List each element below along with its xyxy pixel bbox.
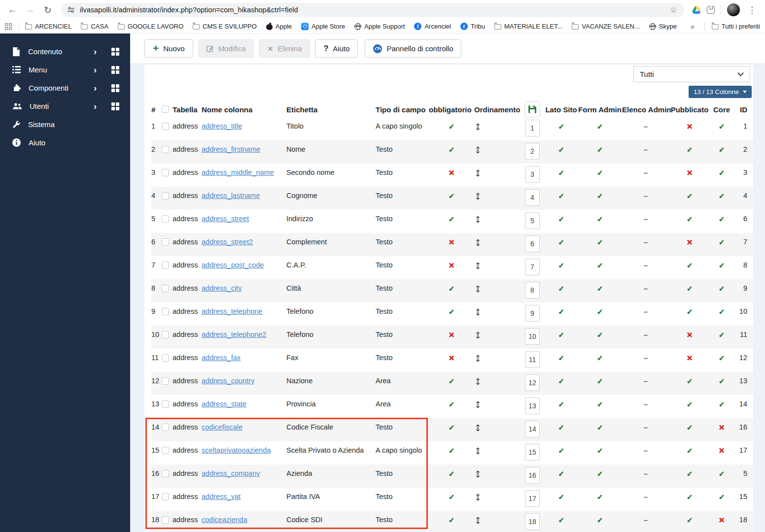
row-checkbox[interactable] <box>162 123 169 130</box>
lato-sito-mark[interactable]: ✓ <box>545 441 578 465</box>
forward-icon[interactable]: → <box>23 2 37 17</box>
column-name-link[interactable]: address_firstname <box>202 145 260 153</box>
pubblicato-mark[interactable]: ✓ <box>669 279 710 302</box>
required-mark[interactable]: ✕ <box>429 256 474 279</box>
pubblicato-mark[interactable]: ✕ <box>669 164 710 187</box>
reorder-handle-icon[interactable] <box>475 239 481 248</box>
required-mark[interactable]: ✓ <box>429 511 474 532</box>
row-checkbox[interactable] <box>162 238 169 246</box>
column-name-link[interactable]: address_telephone <box>202 307 262 315</box>
bookmark-item[interactable]: Apple Support <box>354 23 405 30</box>
lato-sito-mark[interactable]: ✓ <box>545 326 578 349</box>
ordering-input[interactable] <box>525 490 540 507</box>
bookmark-item[interactable]: VACANZE SALEN... <box>572 23 640 30</box>
form-admin-mark[interactable]: ✓ <box>578 372 622 395</box>
header-etichetta[interactable]: Etichetta <box>286 101 376 117</box>
column-name-link[interactable]: codiceazienda <box>202 516 247 524</box>
reorder-handle-icon[interactable] <box>475 262 481 271</box>
row-checkbox[interactable] <box>162 493 169 500</box>
required-mark[interactable]: ✓ <box>429 302 474 326</box>
dashboard-button[interactable]: Pannello di controllo <box>365 39 461 58</box>
bookmark-item[interactable]: Tribu <box>460 23 485 30</box>
lato-sito-mark[interactable]: ✓ <box>545 372 578 395</box>
column-name-link[interactable]: address_lastname <box>202 192 260 200</box>
ordering-input[interactable] <box>525 467 540 484</box>
required-mark[interactable]: ✓ <box>429 279 474 302</box>
ordering-input[interactable] <box>525 444 540 461</box>
site-settings-icon[interactable] <box>67 7 75 13</box>
delete-button[interactable]: ✕ Elimina <box>259 39 310 58</box>
header-ordinamento[interactable]: Ordinamento <box>474 101 520 117</box>
row-checkbox[interactable] <box>162 192 169 200</box>
bookmark-item[interactable]: CASA <box>81 23 108 30</box>
required-mark[interactable]: ✓ <box>429 140 474 164</box>
form-admin-mark[interactable]: ✓ <box>578 140 622 164</box>
header-pubblicato[interactable]: Pubblicato <box>669 101 710 117</box>
sidebar-item-componenti[interactable]: Componenti › <box>0 79 130 97</box>
bookmarks-overflow-icon[interactable]: » <box>687 22 697 31</box>
row-checkbox[interactable] <box>162 470 169 477</box>
bookmark-item[interactable]: MATERIALE ELET... <box>494 23 562 30</box>
column-name-link[interactable]: sceltaprivatooazienda <box>202 446 271 454</box>
profile-avatar[interactable] <box>727 3 740 16</box>
form-admin-mark[interactable]: ✓ <box>578 441 622 465</box>
dashboard-grid-icon[interactable] <box>111 84 119 92</box>
column-name-link[interactable]: address_street2 <box>202 238 253 246</box>
row-checkbox[interactable] <box>162 146 169 153</box>
ordering-input[interactable] <box>525 398 540 414</box>
row-checkbox[interactable] <box>162 262 169 269</box>
reload-icon[interactable]: ↻ <box>40 2 55 17</box>
reorder-handle-icon[interactable] <box>475 285 481 294</box>
pubblicato-mark[interactable]: ✓ <box>669 511 710 532</box>
reorder-handle-icon[interactable] <box>475 494 481 502</box>
header-nome-colonna[interactable]: Nome colonna <box>202 101 286 117</box>
row-checkbox[interactable] <box>162 169 169 176</box>
row-checkbox[interactable] <box>162 400 169 408</box>
column-name-link[interactable]: address_city <box>202 284 242 292</box>
sidebar-item-aiuto[interactable]: Aiuto <box>0 133 130 152</box>
pubblicato-mark[interactable]: ✕ <box>669 349 710 372</box>
lato-sito-mark[interactable]: ✓ <box>545 187 578 210</box>
column-name-link[interactable]: address_middle_name <box>202 168 274 176</box>
lato-sito-mark[interactable]: ✓ <box>545 511 578 532</box>
ordering-input[interactable] <box>525 421 540 437</box>
pubblicato-mark[interactable]: ✓ <box>669 187 710 210</box>
required-mark[interactable]: ✓ <box>429 117 474 140</box>
required-mark[interactable]: ✓ <box>429 465 474 488</box>
lato-sito-mark[interactable]: ✓ <box>545 117 578 140</box>
reorder-handle-icon[interactable] <box>475 123 481 132</box>
pubblicato-mark[interactable]: ✓ <box>669 302 710 326</box>
save-order-button[interactable] <box>524 101 540 117</box>
ordering-input[interactable] <box>525 120 540 136</box>
lato-sito-mark[interactable]: ✓ <box>545 210 578 233</box>
ordering-input[interactable] <box>525 513 540 530</box>
header-form-admin[interactable]: Form Admin <box>578 101 622 117</box>
form-admin-mark[interactable]: ✓ <box>578 395 622 418</box>
bookmark-item[interactable]: CMS E SVILUPPO <box>193 23 257 30</box>
form-admin-mark[interactable]: ✓ <box>578 465 622 488</box>
required-mark[interactable]: ✓ <box>429 395 474 418</box>
form-admin-mark[interactable]: ✓ <box>578 187 622 210</box>
back-icon[interactable]: ← <box>5 2 20 17</box>
form-admin-mark[interactable]: ✓ <box>578 117 622 140</box>
row-checkbox[interactable] <box>162 424 169 431</box>
row-checkbox[interactable] <box>162 354 169 362</box>
required-mark[interactable]: ✕ <box>429 349 474 372</box>
bookmark-item[interactable]: Arcenciel <box>414 23 451 30</box>
column-name-link[interactable]: address_company <box>202 469 260 477</box>
address-bar[interactable]: ilvasapolli.it/administrator/index.php?o… <box>61 3 684 17</box>
dashboard-grid-icon[interactable] <box>111 102 119 110</box>
reorder-handle-icon[interactable] <box>475 308 481 317</box>
header-tipo-di-campo[interactable]: Tipo di campo <box>376 101 429 117</box>
form-admin-mark[interactable]: ✓ <box>578 256 622 279</box>
reorder-handle-icon[interactable] <box>475 216 481 225</box>
reorder-handle-icon[interactable] <box>475 169 481 178</box>
lato-sito-mark[interactable]: ✓ <box>545 465 578 488</box>
extensions-icon[interactable] <box>707 6 715 14</box>
row-checkbox[interactable] <box>162 215 169 223</box>
form-admin-mark[interactable]: ✓ <box>578 326 622 349</box>
reorder-handle-icon[interactable] <box>475 355 481 364</box>
ordering-input[interactable] <box>525 166 540 183</box>
sidebar-item-contenuto[interactable]: Contenuto › <box>0 42 130 61</box>
required-mark[interactable]: ✓ <box>429 441 474 465</box>
